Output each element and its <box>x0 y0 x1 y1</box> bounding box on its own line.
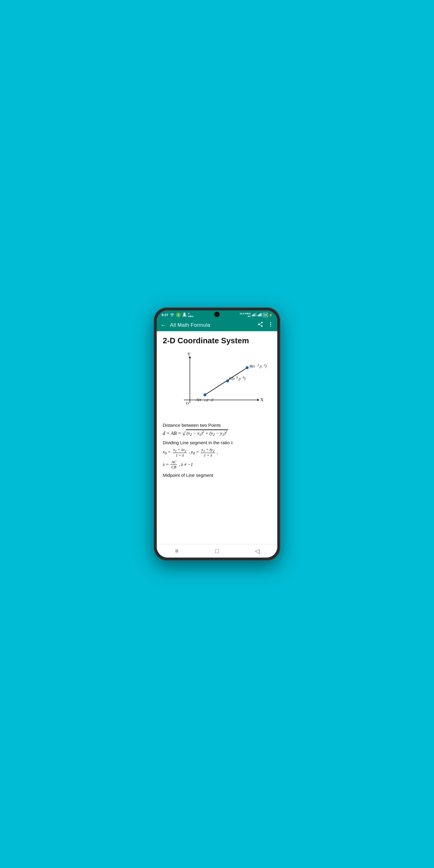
svg-marker-14 <box>257 399 259 401</box>
time-display: 9:37 <box>161 313 168 317</box>
distance-formula: d = AB = √ (x2 − x1)2 + (y2 − y1)2 <box>163 430 271 437</box>
svg-line-20 <box>205 368 247 395</box>
svg-point-11 <box>270 324 271 324</box>
camera-notch <box>214 312 220 317</box>
svg-text:B(x: B(x <box>250 364 255 368</box>
svg-point-12 <box>270 326 271 327</box>
share-button[interactable] <box>257 321 264 329</box>
nav-back-button[interactable]: ◁ <box>251 547 263 555</box>
svg-text:X: X <box>260 398 264 402</box>
svg-text:,y: ,y <box>238 376 241 381</box>
more-options-button[interactable] <box>268 321 274 329</box>
dividing-formula-2: λ = AC CB , λ ≠ −1 <box>163 460 271 470</box>
svg-rect-2 <box>254 314 254 316</box>
dividing-section: Dividing Line segment in the ratio λ x0 … <box>163 440 271 470</box>
network-speed: 10.0 KB/S 4G <box>240 312 251 318</box>
svg-point-21 <box>204 393 207 396</box>
midpoint-section: Midpoint of Line segment <box>163 472 271 478</box>
nav-home-button[interactable]: □ <box>211 548 223 555</box>
signal-bars <box>252 313 256 317</box>
coordinate-diagram: Y X O A(x 1 ,y 1 ) <box>163 350 271 416</box>
charging-icon: ⚡ <box>269 313 273 317</box>
svg-rect-9 <box>261 313 262 316</box>
status-right: 10.0 KB/S 4G <box>240 312 273 318</box>
signal-bars-2 <box>257 313 262 317</box>
svg-rect-0 <box>252 315 253 316</box>
battery-indicator: 29 <box>263 313 268 317</box>
android-icon <box>182 313 187 317</box>
distance-section: Distance between two Points d = AB = √ (… <box>163 423 271 437</box>
notification-badge: 1 <box>176 313 181 317</box>
data-speed: 0KB/s <box>188 312 193 318</box>
dividing-title: Dividing Line segment in the ratio λ <box>163 440 271 445</box>
svg-rect-6 <box>258 314 259 316</box>
app-title: All Math Formula <box>170 322 254 328</box>
page-heading: 2-D Coordinate System <box>163 336 271 345</box>
phone-screen: 9:37 1 0KB/s <box>157 310 277 558</box>
nav-menu-button[interactable]: ≡ <box>171 548 183 555</box>
status-left: 9:37 1 0KB/s <box>161 312 193 318</box>
distance-title: Distance between two Points <box>163 423 271 428</box>
svg-text:0: 0 <box>236 376 238 379</box>
bottom-navigation: ≡ □ ◁ <box>157 544 277 558</box>
svg-text:): ) <box>265 364 267 368</box>
svg-point-27 <box>246 366 249 369</box>
midpoint-title: Midpoint of Line segment <box>163 472 271 478</box>
status-bar: 9:37 1 0KB/s <box>157 310 277 319</box>
svg-text:Y: Y <box>187 352 190 356</box>
svg-text:,y: ,y <box>259 364 262 368</box>
svg-text:O: O <box>186 401 189 405</box>
dividing-formula-1: x0 = x1 + λx2 1 + λ , y0 = y1 + λy2 1 + … <box>163 447 271 458</box>
svg-rect-7 <box>259 314 260 316</box>
wifi-icon <box>170 313 175 317</box>
svg-text:C(x: C(x <box>229 376 235 381</box>
svg-text:): ) <box>244 376 245 381</box>
svg-rect-4 <box>256 313 256 316</box>
svg-text:2: 2 <box>257 364 259 367</box>
svg-point-10 <box>270 322 271 323</box>
app-bar-icons <box>257 321 274 329</box>
svg-text:1: 1 <box>204 399 206 402</box>
content-area: 2-D Coordinate System Y X <box>157 331 277 544</box>
svg-text:A(x: A(x <box>195 397 201 402</box>
back-button[interactable]: ← <box>160 321 166 329</box>
svg-rect-1 <box>253 314 253 316</box>
svg-rect-5 <box>258 315 258 316</box>
phone-frame: 9:37 1 0KB/s <box>154 307 280 561</box>
svg-rect-3 <box>255 313 255 316</box>
svg-text:): ) <box>212 397 213 402</box>
svg-point-33 <box>226 379 229 382</box>
app-bar: ← All Math Formula <box>157 319 277 331</box>
svg-rect-8 <box>260 313 261 316</box>
svg-text:,y: ,y <box>206 397 209 402</box>
